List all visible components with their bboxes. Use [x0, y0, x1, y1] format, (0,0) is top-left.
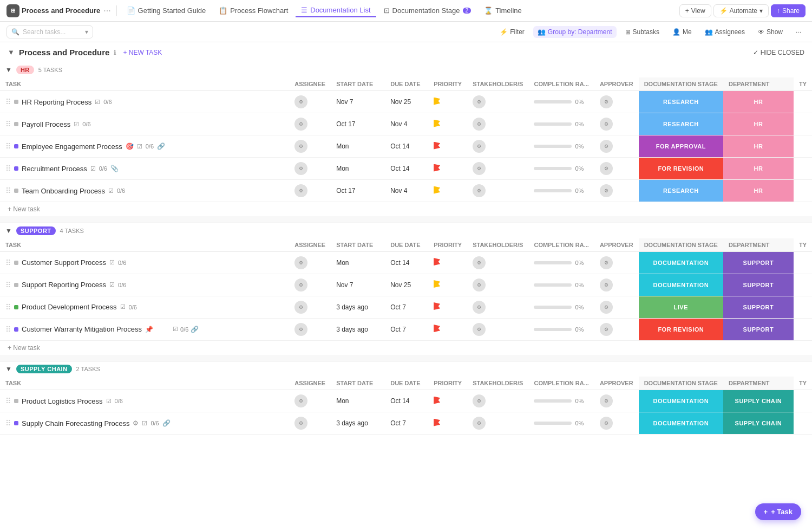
show-button[interactable]: 👁 Show: [754, 26, 787, 38]
task-checkbox[interactable]: ☑: [95, 99, 100, 106]
task-name[interactable]: Recruitment Process: [22, 165, 87, 173]
search-box[interactable]: 🔍 Search tasks... ▾: [6, 25, 93, 38]
tab-process-flowchart[interactable]: 📋 Process Flowchart: [213, 4, 293, 17]
assignee-avatar[interactable]: ⚙: [294, 256, 307, 269]
automate-button[interactable]: ⚡ Automate ▾: [713, 4, 769, 17]
task-checkbox[interactable]: ☑: [120, 303, 126, 310]
drag-handle[interactable]: ⠿: [5, 397, 11, 405]
completion-cell: 0%: [528, 180, 594, 202]
task-name[interactable]: Support Reporting Process: [22, 281, 106, 289]
group-toggle-supply[interactable]: ▼: [5, 365, 12, 373]
pin-icon: 📌: [145, 326, 153, 333]
task-name[interactable]: Customer Warranty Mitigation Process: [22, 325, 142, 333]
stakeholder-avatar[interactable]: ⚙: [473, 279, 486, 292]
approver-avatar[interactable]: ⚙: [600, 394, 613, 407]
stakeholder-avatar[interactable]: ⚙: [473, 95, 486, 108]
task-name[interactable]: Product Development Process: [22, 303, 117, 311]
drag-handle[interactable]: ⠿: [5, 258, 11, 267]
stakeholder-avatar[interactable]: ⚙: [473, 417, 486, 430]
subtasks-button[interactable]: ⊞ Subtasks: [621, 26, 664, 38]
drag-handle[interactable]: ⠿: [5, 120, 11, 128]
assignee-avatar[interactable]: ⚙: [294, 95, 307, 108]
new-task-row-support[interactable]: + New task: [0, 340, 812, 355]
assignee-avatar[interactable]: ⚙: [294, 301, 307, 314]
task-checkbox[interactable]: ☑: [108, 187, 114, 195]
assignee-avatar[interactable]: ⚙: [294, 279, 307, 292]
priority-cell: [428, 158, 467, 180]
approver-avatar[interactable]: ⚙: [600, 162, 613, 175]
filter-button[interactable]: ⚡ Filter: [495, 26, 529, 38]
assignee-avatar[interactable]: ⚙: [294, 118, 307, 131]
task-checkbox[interactable]: ☑: [90, 165, 96, 172]
new-task-inline-button[interactable]: + NEW TASK: [123, 49, 162, 56]
stakeholder-avatar[interactable]: ⚙: [473, 162, 486, 175]
task-checkbox[interactable]: ☑: [137, 143, 142, 150]
task-checkbox[interactable]: ☑: [109, 259, 115, 266]
task-count: 0/6: [115, 398, 123, 404]
group-toggle-support[interactable]: ▼: [5, 227, 12, 235]
add-view-button[interactable]: + View: [679, 4, 711, 17]
stakeholder-avatar[interactable]: ⚙: [473, 140, 486, 153]
group-task-count-supply: 2 TASKS: [76, 366, 100, 372]
drag-handle[interactable]: ⠿: [5, 281, 11, 289]
approver-avatar[interactable]: ⚙: [600, 256, 613, 269]
task-name[interactable]: HR Reporting Process: [22, 98, 91, 106]
drag-handle[interactable]: ⠿: [5, 164, 11, 173]
drag-handle[interactable]: ⠿: [5, 419, 11, 428]
drag-handle[interactable]: ⠿: [5, 98, 11, 106]
assignee-avatar[interactable]: ⚙: [294, 394, 307, 407]
task-checkbox[interactable]: ☑: [74, 121, 79, 128]
task-name[interactable]: Supply Chain Forecasting Process: [22, 419, 129, 428]
toggle-icon[interactable]: ▼: [8, 48, 15, 56]
task-name[interactable]: Employee Engagement Process: [22, 143, 122, 151]
stakeholder-avatar[interactable]: ⚙: [473, 184, 486, 197]
task-name[interactable]: Product Logistics Process: [22, 397, 103, 405]
group-by-button[interactable]: 👥 Group by: Department: [533, 26, 617, 38]
approver-avatar[interactable]: ⚙: [600, 323, 613, 336]
new-task-row-hr[interactable]: + New task: [0, 202, 812, 217]
tab-getting-started[interactable]: 📄 Getting Started Guide: [121, 4, 212, 17]
tab-documentation-stage[interactable]: ⊡ Documentation Stage 2: [378, 4, 477, 17]
group-toggle-hr[interactable]: ▼: [5, 66, 12, 74]
assignee-avatar[interactable]: ⚙: [294, 162, 307, 175]
task-checkbox[interactable]: ☑: [142, 420, 147, 427]
me-button[interactable]: 👤 Me: [668, 26, 696, 38]
stakeholder-avatar[interactable]: ⚙: [473, 118, 486, 131]
assignee-avatar[interactable]: ⚙: [294, 140, 307, 153]
approver-avatar[interactable]: ⚙: [600, 95, 613, 108]
assignees-button[interactable]: 👥 Assignees: [700, 26, 749, 38]
drag-handle[interactable]: ⠿: [5, 325, 11, 334]
approver-avatar[interactable]: ⚙: [600, 140, 613, 153]
drag-handle[interactable]: ⠿: [5, 142, 11, 151]
approver-avatar[interactable]: ⚙: [600, 279, 613, 292]
more-options-button[interactable]: ···: [791, 26, 806, 38]
assignee-avatar[interactable]: ⚙: [294, 323, 307, 336]
assignee-avatar[interactable]: ⚙: [294, 184, 307, 197]
task-name[interactable]: Team Onboarding Process: [22, 187, 105, 195]
assignee-avatar[interactable]: ⚙: [294, 417, 307, 430]
tab-documentation-list[interactable]: ☰ Documentation List: [296, 4, 376, 17]
hide-closed-button[interactable]: ✓ HIDE CLOSED: [753, 49, 804, 56]
approver-avatar[interactable]: ⚙: [600, 184, 613, 197]
stakeholder-avatar[interactable]: ⚙: [473, 256, 486, 269]
completion-cell: 0%: [528, 113, 594, 135]
tab-timeline[interactable]: ⌛ Timeline: [479, 4, 527, 17]
drag-handle[interactable]: ⠿: [5, 186, 11, 195]
task-checkbox[interactable]: ☑: [106, 398, 112, 405]
task-checkbox[interactable]: ☑: [109, 281, 115, 288]
drag-handle[interactable]: ⠿: [5, 303, 11, 312]
approver-avatar[interactable]: ⚙: [600, 118, 613, 131]
approver-avatar[interactable]: ⚙: [600, 301, 613, 314]
priority-flag: [434, 325, 440, 332]
add-task-fab[interactable]: + + Task: [755, 503, 801, 520]
stakeholder-avatar[interactable]: ⚙: [473, 394, 486, 407]
stakeholder-avatar[interactable]: ⚙: [473, 323, 486, 336]
doc-stage-badge: FOR REVISION: [639, 319, 723, 340]
task-checkbox[interactable]: ☑: [173, 326, 178, 333]
task-name[interactable]: Customer Support Process: [22, 258, 106, 267]
share-button[interactable]: ↑ Share: [771, 4, 806, 17]
task-name[interactable]: Payroll Process: [22, 120, 70, 128]
stakeholder-avatar[interactable]: ⚙: [473, 301, 486, 314]
approver-avatar[interactable]: ⚙: [600, 417, 613, 430]
doc-stage-badge: LIVE: [639, 296, 723, 318]
